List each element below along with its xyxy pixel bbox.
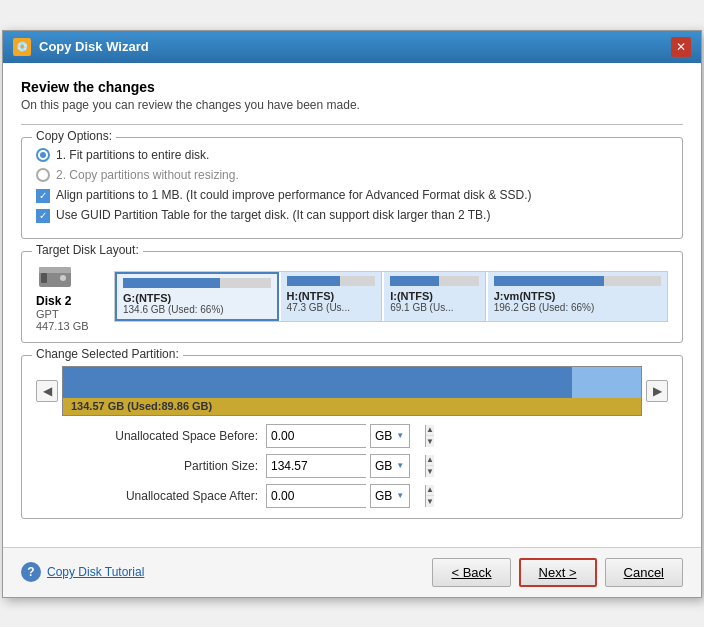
title-bar: 💿 Copy Disk Wizard ✕ — [3, 31, 701, 63]
field-input-group-0: ▲ ▼ — [266, 424, 366, 448]
partition-i-bar — [390, 276, 479, 286]
checkbox2[interactable] — [36, 209, 50, 223]
field-label-2: Unallocated Space After: — [62, 489, 262, 503]
partition-g-used — [123, 278, 220, 288]
option1-row[interactable]: 1. Fit partitions to entire disk. — [36, 148, 668, 162]
title-bar-left: 💿 Copy Disk Wizard — [13, 38, 149, 56]
option1-radio[interactable] — [36, 148, 50, 162]
spinner-up-0[interactable]: ▲ — [426, 425, 434, 437]
disk-type: GPT — [36, 308, 59, 320]
page-title: Review the changes — [21, 79, 683, 95]
partition-g-name: G:(NTFS) — [123, 292, 271, 304]
next-button[interactable]: Next > — [519, 558, 597, 587]
footer: ? Copy Disk Tutorial < Back Next > Cance… — [3, 547, 701, 597]
partition-i-detail: 69.1 GB (Us... — [390, 302, 479, 313]
option2-row[interactable]: 2. Copy partitions without resizing. — [36, 168, 668, 182]
partition-i-name: I:(NTFS) — [390, 290, 479, 302]
option2-radio[interactable] — [36, 168, 50, 182]
pv-free — [572, 367, 641, 398]
spinner-down-0[interactable]: ▼ — [426, 436, 434, 447]
unit-dropdown-1[interactable]: GB ▼ — [370, 454, 410, 478]
partition-h-bar — [287, 276, 376, 286]
cancel-button[interactable]: Cancel — [605, 558, 683, 587]
disk-icon — [36, 262, 74, 292]
partition-g-bar — [123, 278, 271, 288]
field-input-group-2: ▲ ▼ — [266, 484, 366, 508]
partition-j[interactable]: J:vm(NTFS) 196.2 GB (Used: 66%) — [488, 272, 667, 321]
partition-i[interactable]: I:(NTFS) 69.1 GB (Us... — [384, 272, 486, 321]
footer-left: ? Copy Disk Tutorial — [21, 562, 144, 582]
field-spinners-1: ▲ ▼ — [425, 455, 434, 477]
dialog-title: Copy Disk Wizard — [39, 39, 149, 54]
target-disk-label: Target Disk Layout: — [32, 243, 143, 257]
checkbox1[interactable] — [36, 189, 50, 203]
field-label-0: Unallocated Space Before: — [62, 429, 262, 443]
unit-label-1: GB — [375, 459, 392, 473]
page-subtitle: On this page you can review the changes … — [21, 98, 683, 112]
partition-j-used — [494, 276, 604, 286]
app-icon: 💿 — [13, 38, 31, 56]
next-label: Next > — [539, 565, 577, 580]
disk-row: Disk 2 GPT 447.13 GB G:(NTFS) 134.6 GB (… — [36, 262, 668, 332]
partition-j-detail: 196.2 GB (Used: 66%) — [494, 302, 661, 313]
field-spinners-2: ▲ ▼ — [425, 485, 434, 507]
spinner-up-1[interactable]: ▲ — [426, 455, 434, 467]
fields-grid: Unallocated Space Before: ▲ ▼ GB ▼ Parti… — [62, 424, 668, 508]
svg-point-3 — [60, 275, 66, 281]
partition-j-name: J:vm(NTFS) — [494, 290, 661, 302]
svg-rect-2 — [41, 273, 47, 283]
partition-h[interactable]: H:(NTFS) 47.3 GB (Us... — [281, 272, 383, 321]
right-arrow-button[interactable]: ▶ — [646, 380, 668, 402]
unit-label-2: GB — [375, 489, 392, 503]
dialog-content: Review the changes On this page you can … — [3, 63, 701, 547]
left-arrow-button[interactable]: ◀ — [36, 380, 58, 402]
field-input-group-1: ▲ ▼ — [266, 454, 366, 478]
partition-visual: 134.57 GB (Used:89.86 GB) — [62, 366, 642, 416]
dropdown-arrow-1: ▼ — [396, 461, 404, 470]
disk-info: Disk 2 GPT 447.13 GB — [36, 262, 106, 332]
partition-j-bar — [494, 276, 661, 286]
spinner-up-2[interactable]: ▲ — [426, 485, 434, 497]
pv-label-bg: 134.57 GB (Used:89.86 GB) — [63, 398, 641, 415]
unit-label-0: GB — [375, 429, 392, 443]
partition-h-used — [287, 276, 340, 286]
spinner-down-1[interactable]: ▼ — [426, 466, 434, 477]
partition-h-name: H:(NTFS) — [287, 290, 376, 302]
pv-label-text: 134.57 GB (Used:89.86 GB) — [71, 400, 212, 412]
field-label-1: Partition Size: — [62, 459, 262, 473]
field-spinners-0: ▲ ▼ — [425, 425, 434, 447]
checkbox2-text: Use GUID Partition Table for the target … — [56, 208, 490, 222]
change-partition-label: Change Selected Partition: — [32, 347, 183, 361]
help-link[interactable]: Copy Disk Tutorial — [47, 565, 144, 579]
partition-g-detail: 134.6 GB (Used: 66%) — [123, 304, 271, 315]
copy-options-section: Copy Options: 1. Fit partitions to entir… — [21, 137, 683, 239]
option2-text: 2. Copy partitions without resizing. — [56, 168, 239, 182]
disk-name: Disk 2 — [36, 294, 71, 308]
partition-h-detail: 47.3 GB (Us... — [287, 302, 376, 313]
target-disk-section: Target Disk Layout: Disk 2 GPT 447.13 GB — [21, 251, 683, 343]
unit-dropdown-2[interactable]: GB ▼ — [370, 484, 410, 508]
spinner-down-2[interactable]: ▼ — [426, 496, 434, 507]
option1-text: 1. Fit partitions to entire disk. — [56, 148, 209, 162]
change-partition-section: Change Selected Partition: ◀ 134.57 GB (… — [21, 355, 683, 519]
help-icon: ? — [21, 562, 41, 582]
dialog-window: 💿 Copy Disk Wizard ✕ Review the changes … — [2, 30, 702, 598]
unit-dropdown-0[interactable]: GB ▼ — [370, 424, 410, 448]
partition-g[interactable]: G:(NTFS) 134.6 GB (Used: 66%) — [115, 272, 279, 321]
copy-options-label: Copy Options: — [32, 129, 116, 143]
pv-used — [63, 367, 572, 398]
back-button[interactable]: < Back — [432, 558, 510, 587]
checkbox2-row[interactable]: Use GUID Partition Table for the target … — [36, 208, 668, 223]
disk-size: 447.13 GB — [36, 320, 89, 332]
partition-slider-container: ◀ 134.57 GB (Used:89.86 GB) ▶ — [36, 366, 668, 416]
close-button[interactable]: ✕ — [671, 37, 691, 57]
footer-right: < Back Next > Cancel — [432, 558, 683, 587]
partition-i-used — [390, 276, 439, 286]
svg-rect-1 — [39, 267, 71, 273]
checkbox1-text: Align partitions to 1 MB. (It could impr… — [56, 188, 532, 202]
dropdown-arrow-0: ▼ — [396, 431, 404, 440]
dropdown-arrow-2: ▼ — [396, 491, 404, 500]
partition-container: G:(NTFS) 134.6 GB (Used: 66%) H:(NTFS) 4… — [114, 271, 668, 322]
checkbox1-row[interactable]: Align partitions to 1 MB. (It could impr… — [36, 188, 668, 203]
divider — [21, 124, 683, 125]
